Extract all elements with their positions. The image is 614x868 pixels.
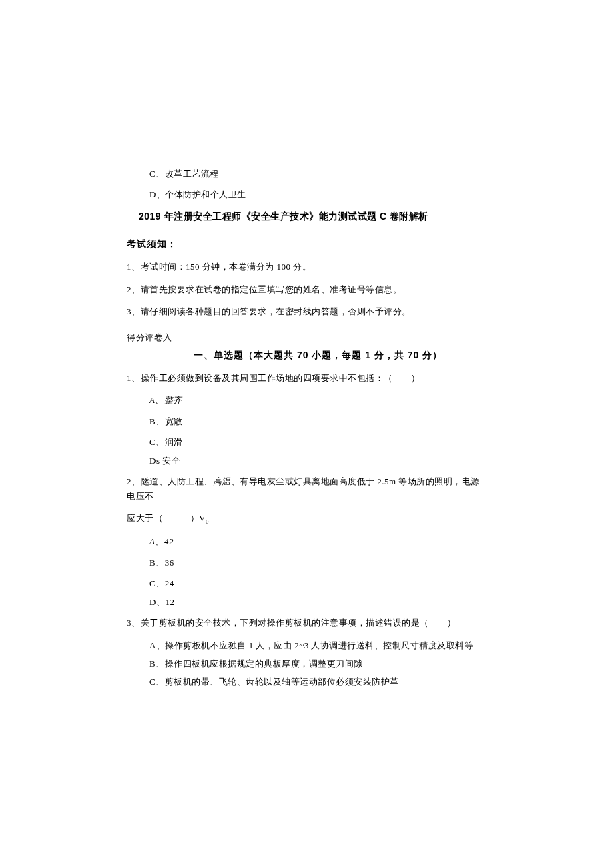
instruction-3: 3、请仔细阅读各种题目的回答要求，在密封线内答题，否则不予评分。 bbox=[127, 304, 487, 318]
prelude-option-d: D、个体防护和个人卫生 bbox=[127, 187, 487, 201]
q2-option-a: A、42 bbox=[127, 534, 487, 548]
q2-stem-line2: 应大于（ ）V0 bbox=[127, 511, 487, 526]
instruction-2: 2、请首先按要求在试卷的指定位置填写您的姓名、准考证号等信息。 bbox=[127, 282, 487, 296]
score-line: 得分评卷入 bbox=[127, 330, 487, 344]
notice-header: 考试须知： bbox=[127, 236, 487, 252]
q1-option-b: B、宽敞 bbox=[127, 414, 487, 428]
q2-a-text: A、42 bbox=[149, 536, 174, 546]
q1-option-c: C、润滑 bbox=[127, 435, 487, 449]
q2-line2-text: 应大于（ ）V bbox=[127, 513, 206, 523]
q3-option-a: A、操作剪板机不应独自 1 人，应由 2~3 人协调进行送料、控制尺寸精度及取料… bbox=[127, 638, 487, 653]
q3-stem: 3、关于剪板机的安全技术，下列对操作剪板机的注意事项，描述错误的是（ ） bbox=[127, 616, 487, 630]
q1-stem: 1、操作工必须做到设备及其周围工作场地的四项要求中不包括：（ ） bbox=[127, 371, 487, 385]
document-title: 2019 年注册安全工程师《安全生产技术》能力测试试题 C 卷附解析 bbox=[127, 209, 487, 224]
part1-title: 一、单选题（本大题共 70 小题，每题 1 分，共 70 分） bbox=[127, 348, 487, 363]
q1-a-text: A、整齐 bbox=[149, 395, 182, 405]
prelude-option-c: C、改革工艺流程 bbox=[127, 167, 487, 181]
q1-option-a: A、整齐 bbox=[127, 393, 487, 407]
q2-option-d: D、12 bbox=[127, 595, 487, 609]
q2-stem-italic: 高温 bbox=[213, 476, 231, 486]
q2-subscript: 0 bbox=[206, 518, 209, 525]
q1-option-d: Ds 安全 bbox=[127, 454, 487, 468]
q2-option-c: C、24 bbox=[127, 576, 487, 590]
q2-option-b: B、36 bbox=[127, 556, 487, 570]
instruction-1: 1、考试时间：150 分钟，本卷满分为 100 分。 bbox=[127, 260, 487, 274]
q2-stem-part1: 2、隧道、人防工程、 bbox=[127, 476, 213, 486]
q3-option-c: C、剪板机的带、飞轮、齿轮以及轴等运动部位必须安装防护革 bbox=[127, 675, 487, 689]
q2-stem: 2、隧道、人防工程、高温、有导电灰尘或灯具离地面高度低于 2.5m 等场所的照明… bbox=[127, 474, 487, 503]
q3-option-b: B、操作四板机应根据规定的典板厚度，调整更刀间隙 bbox=[127, 657, 487, 671]
